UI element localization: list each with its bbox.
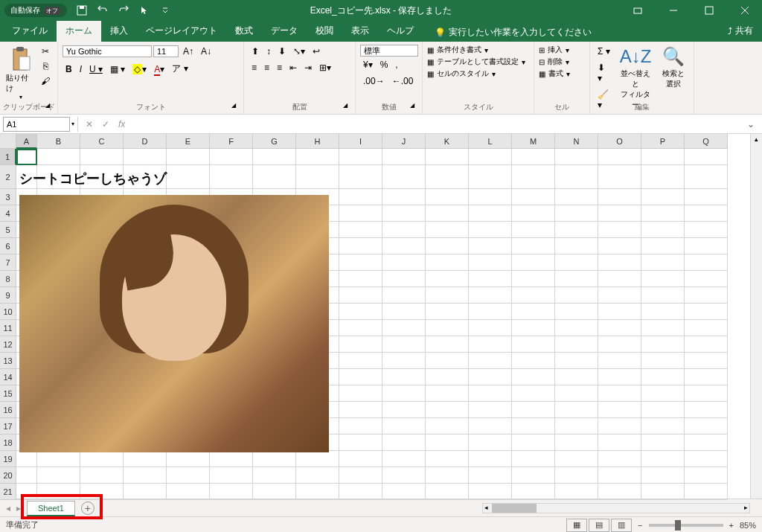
column-header-I[interactable]: I [339,134,382,149]
cell-P18[interactable] [641,435,685,451]
cell-N13[interactable] [555,353,598,369]
cell-P13[interactable] [641,353,685,369]
align-middle-icon[interactable]: ↕ [263,45,274,58]
cell-I4[interactable] [339,205,382,222]
cell-K20[interactable] [426,467,469,484]
tab-review[interactable]: 校閲 [307,20,342,42]
cell-E19[interactable] [167,451,210,467]
cell-I19[interactable] [339,451,382,467]
cell-L21[interactable] [469,484,512,500]
align-right-icon[interactable]: ≡ [274,61,285,74]
cell-L20[interactable] [469,467,512,484]
insert-cells-button[interactable]: ⊞挿入 ▾ [539,45,569,55]
cell-L10[interactable] [469,304,512,320]
cell-I18[interactable] [339,435,382,451]
cell-M4[interactable] [512,205,555,222]
cell-M6[interactable] [512,238,555,254]
cell-K13[interactable] [426,353,469,369]
cell-F1[interactable] [210,149,253,165]
cell-J4[interactable] [382,205,426,222]
tab-file[interactable]: ファイル [3,20,57,42]
cell-N7[interactable] [555,254,598,271]
tell-me-search[interactable]: 💡 実行したい作業を入力してください [429,23,598,42]
underline-button[interactable]: U ▾ [86,63,106,76]
font-color-button[interactable]: A▾ [151,63,167,76]
cell-P3[interactable] [641,189,685,205]
cell-K4[interactable] [426,205,469,222]
cell-D20[interactable] [124,467,167,484]
cell-I3[interactable] [339,189,382,205]
merge-icon[interactable]: ⊞▾ [316,61,334,74]
cell-K16[interactable] [426,402,469,418]
cell-O13[interactable] [598,353,641,369]
cell-G2[interactable] [253,165,296,189]
cell-K7[interactable] [426,254,469,271]
cell-Q9[interactable] [685,287,728,304]
cell-O2[interactable] [598,165,641,189]
insert-function-icon[interactable]: fx [114,118,129,131]
cell-D1[interactable] [124,149,167,165]
copy-icon[interactable]: ⎘ [38,60,53,73]
cell-M3[interactable] [512,189,555,205]
cell-N6[interactable] [555,238,598,254]
cell-J10[interactable] [382,304,426,320]
cell-J7[interactable] [382,254,426,271]
cell-P1[interactable] [641,149,685,165]
zoom-out-button[interactable]: − [638,521,642,530]
tab-insert[interactable]: 挿入 [101,20,137,42]
cell-I12[interactable] [339,336,382,353]
qat-dropdown-icon[interactable] [159,4,171,16]
cell-P20[interactable] [641,467,685,484]
row-header-10[interactable]: 10 [0,304,16,320]
cell-N2[interactable] [555,165,598,189]
tab-page-layout[interactable]: ページレイアウト [137,20,226,42]
cell-M10[interactable] [512,304,555,320]
undo-icon[interactable] [97,4,109,16]
cell-K2[interactable] [426,165,469,189]
cell-Q16[interactable] [685,402,728,418]
cell-N10[interactable] [555,304,598,320]
cell-M13[interactable] [512,353,555,369]
cell-I11[interactable] [339,320,382,336]
cell-Q21[interactable] [685,484,728,500]
cell-N8[interactable] [555,271,598,287]
cell-D19[interactable] [124,451,167,467]
row-header-14[interactable]: 14 [0,369,16,385]
cell-A19[interactable] [16,451,37,467]
cell-D21[interactable] [124,484,167,500]
cell-O14[interactable] [598,369,641,385]
cell-N19[interactable] [555,451,598,467]
cell-J14[interactable] [382,369,426,385]
cell-P10[interactable] [641,304,685,320]
row-header-15[interactable]: 15 [0,385,16,402]
select-all-button[interactable] [0,134,16,149]
tab-data[interactable]: データ [262,20,307,42]
column-header-C[interactable]: C [80,134,124,149]
row-header-2[interactable]: 2 [0,165,16,189]
cell-M17[interactable] [512,418,555,435]
cell-N18[interactable] [555,435,598,451]
cell-B21[interactable] [37,484,80,500]
cell-C21[interactable] [80,484,124,500]
cell-M5[interactable] [512,222,555,238]
cell-P21[interactable] [641,484,685,500]
cell-E21[interactable] [167,484,210,500]
cell-I10[interactable] [339,304,382,320]
cell-K8[interactable] [426,271,469,287]
embedded-image[interactable] [19,195,329,452]
redo-icon[interactable] [118,4,129,16]
cell-O1[interactable] [598,149,641,165]
zoom-slider[interactable] [649,524,723,527]
cell-I16[interactable] [339,402,382,418]
cell-I9[interactable] [339,287,382,304]
decrease-indent-icon[interactable]: ⇤ [286,61,300,74]
cell-P7[interactable] [641,254,685,271]
delete-cells-button[interactable]: ⊟削除 ▾ [539,57,569,67]
cell-J21[interactable] [382,484,426,500]
vertical-scrollbar[interactable]: ▴ [750,134,762,499]
cell-P15[interactable] [641,385,685,402]
cell-P12[interactable] [641,336,685,353]
cell-B2[interactable] [37,165,80,189]
cell-J8[interactable] [382,271,426,287]
cell-M21[interactable] [512,484,555,500]
